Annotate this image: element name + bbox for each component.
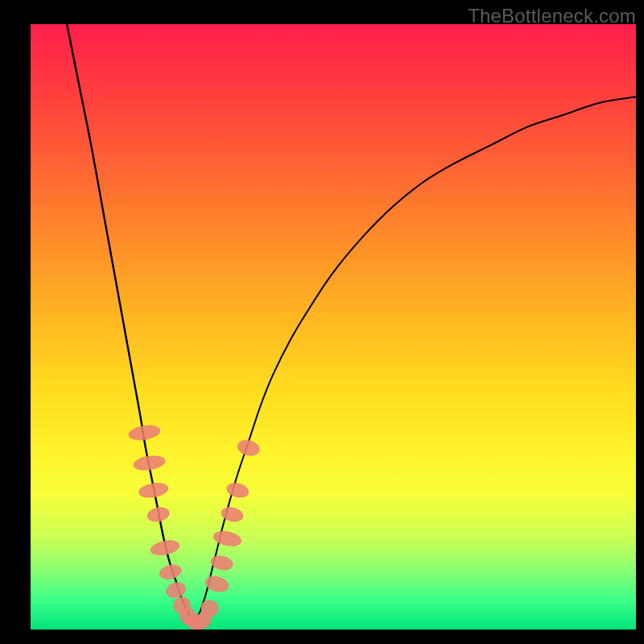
marker-point (204, 574, 229, 594)
bottleneck-curve-right (194, 97, 636, 623)
marker-point (236, 438, 261, 457)
marker-point (150, 539, 181, 558)
marker-point (213, 530, 242, 548)
bottleneck-curve-left (67, 24, 194, 623)
chart-frame: TheBottleneck.com (0, 0, 644, 644)
plot-area (31, 24, 636, 630)
marker-point (159, 563, 183, 581)
marker-point (225, 481, 250, 500)
marker-point (128, 423, 161, 442)
marker-point (133, 454, 166, 472)
marker-point (210, 554, 234, 572)
marker-point (138, 481, 168, 500)
marker-point (147, 506, 171, 523)
curve-svg (31, 24, 636, 630)
